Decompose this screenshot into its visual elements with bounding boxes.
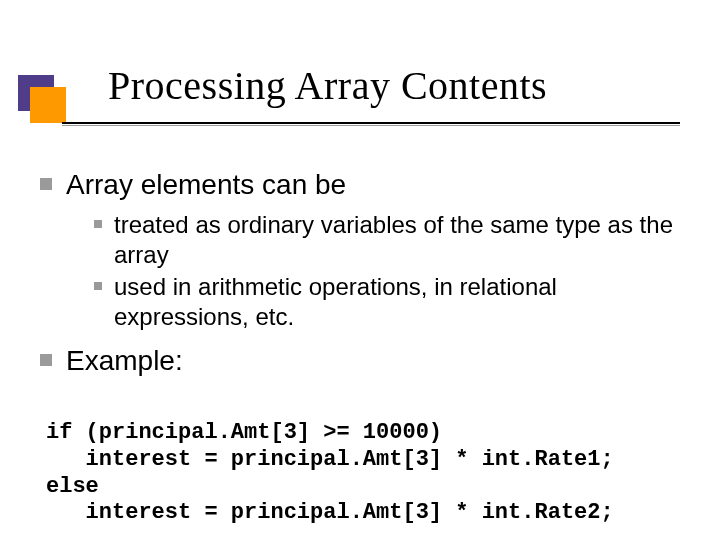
bullet-text: Example: [66, 344, 183, 378]
bullet-text: treated as ordinary variables of the sam… [114, 210, 690, 270]
square-bullet-icon [40, 178, 52, 190]
sub-bullets: treated as ordinary variables of the sam… [94, 210, 690, 332]
square-bullet-icon [40, 354, 52, 366]
bullet-text: Array elements can be [66, 168, 346, 202]
bullet-level2: used in arithmetic operations, in relati… [94, 272, 690, 332]
bullet-level1: Example: [40, 344, 690, 378]
slide-body: Array elements can be treated as ordinar… [40, 168, 690, 385]
bullet-text: used in arithmetic operations, in relati… [114, 272, 690, 332]
square-bullet-icon [94, 282, 102, 290]
title-underline [62, 122, 680, 124]
title-area: Processing Array Contents [0, 62, 720, 109]
square-bullet-icon [94, 220, 102, 228]
code-block: if (principal.Amt[3] >= 10000) interest … [46, 420, 614, 527]
bullet-level2: treated as ordinary variables of the sam… [94, 210, 690, 270]
slide: Processing Array Contents Array elements… [0, 0, 720, 540]
bullet-level1: Array elements can be [40, 168, 690, 202]
slide-title: Processing Array Contents [108, 62, 720, 109]
